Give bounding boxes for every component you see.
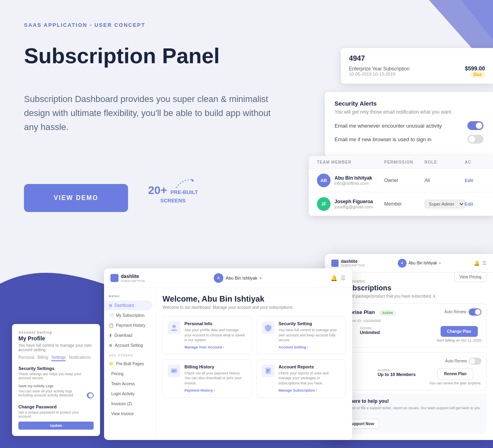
col-role: ROLE [425,160,465,164]
member-edit-1[interactable]: Edit [465,202,485,206]
subscription-info-card: 4947 Enterprize Year Subscription 10-05-… [341,48,493,84]
plan1-sub-id: Subscription ID: 100394949 [337,319,481,323]
plan2-access-value: Up to 10 Members [378,372,416,377]
tab-personal[interactable]: Personal [18,355,34,361]
dashboard-logo-icon [110,274,118,282]
welcome-heading: Welcome, Abu Bin Ishtiyak [162,294,346,304]
sidebar-item-account[interactable]: ⚙ Account Setting [104,340,156,350]
dashboard-card-security: Security Setting You have full control t… [257,316,346,354]
sidebar-item-prebuilt[interactable]: 📁 Pre-Built Pages [104,359,156,369]
nav-label-others: SEE OTHERS [104,350,156,359]
sidebar-item-invoices[interactable]: Invoices (2) [104,399,156,409]
account-reports-icon [262,364,275,377]
subscription-name: Enterprize Year Subscription [349,66,409,72]
subs-logo-sub: SUBSCRIPTION [341,264,365,267]
subs-notification-icon[interactable]: 🔔 [474,260,480,266]
alert2-label: Email me if new browser is used to sign … [335,136,431,142]
sidebar-item-team[interactable]: Team Access [104,379,156,389]
activity-log-label: Save my Activity Logs [18,384,94,388]
page-subtitle: SAAS APPLICATION - USER CONCEPT [24,22,145,28]
sidebar-item-download[interactable]: ⬇ Download [104,330,156,340]
plan2-auto-renew-toggle[interactable] [469,358,481,365]
plan1-access-label: Access [360,326,380,330]
tab-billing[interactable]: Billing [37,355,48,361]
subscription-id: 4947 [349,54,485,63]
card-reports-title: Account Reports [279,364,341,369]
subs-user-name: Abu Bin Ishtiyak [409,261,437,265]
sidebar-item-dashboard[interactable]: ⊞ Dashboard [104,300,152,310]
avatar-jf: JF [317,197,331,211]
member-email-0: info@softnio.com [335,181,372,186]
renew-plan-button[interactable]: Renew Plan [437,368,473,380]
plan1-auto-renew-toggle[interactable] [469,308,481,316]
security-settings-sub: These settings are helps you keep your a… [18,372,94,380]
card-reports-link[interactable]: Manage Subscription › [279,388,341,392]
member-permission-1: Member [384,201,425,207]
activity-log-note: You can save all your activity logs incl… [18,389,87,397]
sidebar-item-login[interactable]: Login Activity [104,389,156,399]
subs-menu-icon[interactable]: ☰ [482,260,487,266]
security-setting-icon [262,321,275,334]
subscription-status-badge: Due [470,71,485,78]
member-email-1: josaffig@gmail.com [335,204,373,209]
sidebar-item-pricing[interactable]: Pricing [104,369,156,379]
notification-icon[interactable]: 🔔 [331,275,337,281]
svg-rect-2 [171,368,177,373]
alert1-toggle[interactable] [467,121,483,130]
hero-description: Subscription Dashboard provides you supe… [24,92,280,134]
welcome-subheading: Welcome to our dashboard. Manage your ac… [162,305,346,310]
update-button[interactable]: Update [18,422,94,430]
card-personal-title: Personal Info [184,321,246,326]
table-row: AB Abu Bin Ishityak info@softnio.com Own… [309,169,493,192]
card-billing-text: Check out all your payment history. You … [184,371,246,386]
change-plan-button[interactable]: Change Plan [441,326,478,337]
plan2-auto-renew-label: Auto Renew [445,359,467,363]
member-name-1: Joseph Figueroa [335,199,373,204]
card-security-title: Security Setting [279,321,341,326]
account-setting-card: Account Setting My Profile You have full… [12,324,100,436]
sidebar-item-view-invoice[interactable]: View Invoice [104,409,156,419]
personal-info-icon [168,321,180,334]
sidebar-item-subscription[interactable]: 📄 My Subscription [104,310,156,320]
table-row: JF Joseph Figueroa josaffig@gmail.com Me… [309,192,493,216]
card-personal-text: See your profile data and manage your Ac… [184,328,246,343]
plan1-access-value: Unlimited [360,330,380,335]
dashboard-logo-text: dashlite [121,274,145,279]
card-security-text: You have full control to manage your own… [279,328,341,343]
menu-icon[interactable]: ☰ [341,275,346,281]
member-permission-0: Owner [384,178,425,183]
member-edit-0[interactable]: Edit [465,178,485,183]
dashboard-user-avatar: A [214,273,223,283]
plan1-auto-renew-label: Auto Renew [445,310,466,314]
subs-logo-icon [331,260,339,267]
tab-notifications[interactable]: Notifications [69,355,90,361]
card-personal-link[interactable]: Manage Your Account › [184,345,246,349]
view-pricing-button[interactable]: View Pricing [454,272,487,282]
activity-log-toggle[interactable] [87,392,94,398]
support-title: We're here to help you! [336,398,482,404]
plan2-renew-note: You can renew the plan anytime. [429,381,481,385]
account-setting-breadcrumb: Account Setting [18,330,94,334]
subscription-price: $599.00 [465,65,485,72]
team-members-card: TEAM MEMBER PERMISSION ROLE AC AB Abu Bi… [309,156,493,216]
dashboard-card-billing: Billing History Check out all your payme… [162,359,252,398]
card-reports-text: Check your reports of uses and manage yo… [279,371,341,386]
alert1-label: Email me whenever encounter unusual acti… [335,123,442,129]
account-setting-desc: You have full control to manage your own… [18,343,94,352]
nav-label-menu: MENU [104,294,156,298]
plan1-next-billing: Next Billing on Oct 11, 2020 [437,338,481,342]
main-dashboard-card: dashlite SUBSCRIPTION A Abu Bin Ishtiyak… [104,268,352,440]
member-role-select-1[interactable]: Super Admin Admin Member [425,200,465,208]
dashboard-logo-sub: SUBSCRIPTION [121,279,145,283]
svg-point-1 [172,325,176,328]
card-billing-title: Billing History [184,364,246,369]
tab-settings[interactable]: Settings [51,355,66,361]
sidebar-item-payment[interactable]: 📋 Payment History [104,320,156,330]
security-settings-title: Security Settings [18,366,94,371]
dashboard-card-personal: Personal Info See your profile data and … [162,316,252,354]
alert2-toggle[interactable] [467,135,483,144]
card-security-link[interactable]: Account Setting › [279,345,341,349]
card-billing-link[interactable]: Payment History › [184,388,246,392]
view-demo-button[interactable]: VIEW DEMO [24,184,128,212]
dashboard-user-name: Abu Bin Ishtiyak [226,276,257,280]
